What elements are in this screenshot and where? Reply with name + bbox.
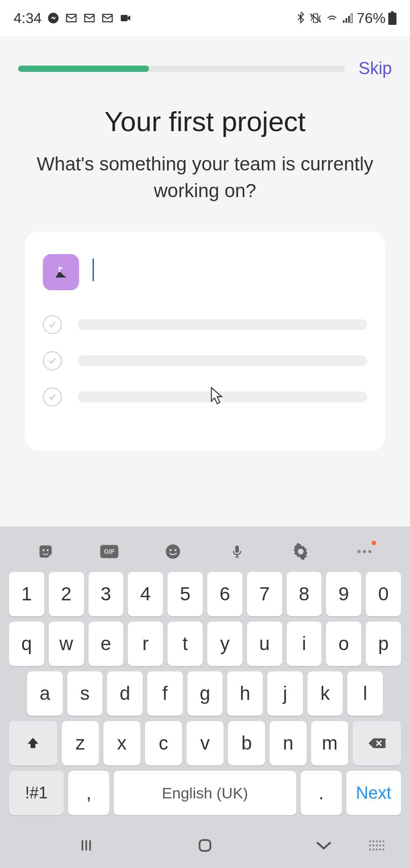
key-n[interactable]: n [270,721,307,765]
chevron-down-icon [315,840,333,851]
mountain-flag-icon [53,264,69,280]
svg-rect-21 [235,546,239,553]
gif-icon[interactable]: GIF [100,542,118,561]
project-icon[interactable] [43,254,79,290]
key-g[interactable]: g [187,671,223,716]
key-row-zxcv: z x c v b n m [0,721,410,765]
skip-button[interactable]: Skip [359,59,392,78]
svg-point-25 [363,550,366,553]
key-shift[interactable] [9,721,57,765]
emoji-icon[interactable] [164,542,182,561]
more-icon[interactable] [355,542,373,561]
key-comma[interactable]: , [68,771,109,815]
key-space[interactable]: English (UK) [114,771,296,815]
key-symbols[interactable]: !#1 [9,771,64,815]
mic-icon[interactable] [228,542,246,561]
page-subtitle: What's something your team is currently … [18,151,392,204]
key-j[interactable]: j [267,671,303,716]
svg-point-44 [379,849,382,851]
key-2[interactable]: 2 [49,572,84,616]
recents-icon [79,838,94,853]
nav-home[interactable] [194,834,216,857]
key-u[interactable]: u [247,622,282,666]
key-d[interactable]: d [107,671,143,716]
task-row [43,387,367,406]
vibrate-icon [309,12,322,24]
key-k[interactable]: k [308,671,343,716]
key-9[interactable]: 9 [326,572,361,616]
key-row-numbers: 1 2 3 4 5 6 7 8 9 0 [0,572,410,616]
check-circle-icon [43,387,62,406]
svg-rect-6 [343,20,345,23]
key-h[interactable]: h [227,671,263,716]
key-next[interactable]: Next [346,771,401,815]
mouse-cursor-icon [210,387,224,405]
shift-icon [26,735,40,751]
key-7[interactable]: 7 [247,572,282,616]
key-s[interactable]: s [67,671,103,716]
key-c[interactable]: c [145,721,182,765]
main-content: Skip Your first project What's something… [0,36,410,451]
key-row-bottom: !#1 , English (UK) . Next [0,771,410,815]
svg-rect-7 [345,18,347,23]
check-circle-icon [43,351,62,370]
svg-point-15 [47,549,49,552]
key-y[interactable]: y [207,622,242,666]
svg-rect-4 [121,15,128,21]
wifi-icon [325,12,339,24]
key-v[interactable]: v [186,721,224,765]
bluetooth-icon [295,12,306,24]
key-a[interactable]: a [27,671,63,716]
svg-rect-9 [351,14,353,23]
key-o[interactable]: o [326,622,361,666]
gmail-icon [65,12,78,24]
svg-rect-30 [200,840,210,851]
key-6[interactable]: 6 [207,572,242,616]
key-q[interactable]: q [9,622,44,666]
key-z[interactable]: z [62,721,99,765]
key-5[interactable]: 5 [168,572,203,616]
key-x[interactable]: x [103,721,140,765]
progress-fill [18,66,149,72]
svg-point-23 [298,549,304,555]
signal-icon [341,12,354,24]
svg-point-32 [373,840,375,843]
key-r[interactable]: r [128,622,163,666]
battery-percent: 76% [357,10,386,27]
keyboard-toolbar: GIF [0,536,410,572]
project-name-input[interactable] [93,259,367,285]
key-t[interactable]: t [168,622,203,666]
settings-icon[interactable] [292,542,310,561]
key-p[interactable]: p [366,622,401,666]
key-b[interactable]: b [228,721,265,765]
key-3[interactable]: 3 [89,572,124,616]
svg-point-33 [376,840,378,843]
nav-back[interactable] [312,834,335,857]
svg-point-19 [169,549,172,551]
svg-rect-8 [348,16,350,23]
key-0[interactable]: 0 [366,572,401,616]
nav-keyboard-switch[interactable] [365,834,387,857]
key-i[interactable]: i [287,622,322,666]
key-1[interactable]: 1 [9,572,44,616]
svg-line-5 [310,14,321,23]
task-row [43,351,367,370]
key-w[interactable]: w [49,622,84,666]
gmail-icon [83,12,96,24]
keyboard: GIF 1 2 3 4 5 6 7 8 9 0 q w e r t y [0,527,410,868]
notification-dot [372,541,376,545]
key-period[interactable]: . [301,771,342,815]
key-l[interactable]: l [347,671,383,716]
key-f[interactable]: f [147,671,183,716]
key-m[interactable]: m [311,721,348,765]
nav-recents[interactable] [75,834,98,857]
key-e[interactable]: e [89,622,124,666]
key-8[interactable]: 8 [287,572,322,616]
key-4[interactable]: 4 [128,572,163,616]
key-backspace[interactable] [353,721,401,765]
svg-point-35 [382,840,384,843]
svg-point-38 [376,844,378,847]
video-icon [119,12,132,24]
sticker-icon[interactable] [37,542,55,561]
svg-text:GIF: GIF [104,548,115,555]
